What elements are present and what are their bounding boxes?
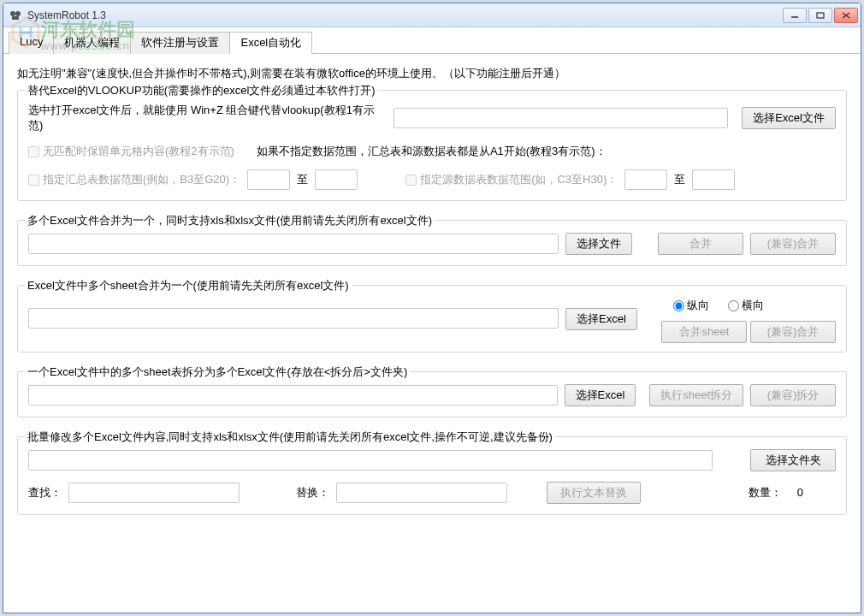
split-file-path[interactable] — [28, 385, 558, 406]
summary-range-to[interactable] — [315, 169, 358, 190]
merge-sheets-path[interactable] — [28, 308, 559, 329]
radio-horizontal[interactable]: 横向 — [728, 298, 764, 313]
svg-rect-4 — [817, 13, 824, 18]
merge-button[interactable]: 合并 — [658, 233, 743, 255]
select-excel-file-button[interactable]: 选择Excel文件 — [742, 107, 836, 129]
group-batch-edit: 批量修改多个Excel文件内容,同时支持xls和xlsx文件(使用前请先关闭所有… — [17, 436, 847, 515]
window-controls — [783, 8, 858, 23]
group-split: 一个Excel文件中的多个sheet表拆分为多个Excel文件(存放在<拆分后>… — [17, 371, 847, 418]
count-label: 数量： — [749, 485, 782, 500]
batch-folder-path[interactable] — [28, 450, 713, 471]
chk-keep-cell[interactable]: 无匹配时保留单元格内容(教程2有示范) — [28, 144, 234, 159]
tab-robot-programming[interactable]: 机器人编程 — [53, 32, 131, 54]
compat-split-button[interactable]: (兼容)拆分 — [750, 384, 836, 406]
group-merge-files: 多个Excel文件合并为一个，同时支持xls和xlsx文件(使用前请先关闭所有e… — [17, 220, 847, 266]
merge-sheets-controls: 纵向 横向 合并sheet (兼容)合并 — [661, 298, 836, 343]
compat-merge-button[interactable]: (兼容)合并 — [750, 233, 836, 255]
app-window: SystemRobot 1.3 Lucy 机器人编程 软件注册与设置 Excel… — [3, 3, 861, 613]
svg-rect-2 — [12, 16, 19, 20]
app-icon — [9, 9, 22, 22]
tab-lucy[interactable]: Lucy — [9, 32, 54, 54]
minimize-button[interactable] — [783, 8, 807, 23]
svg-point-0 — [10, 11, 15, 16]
select-excel-button-merge[interactable]: 选择Excel — [565, 308, 637, 330]
group-merge-sheets-legend: Excel文件中多个sheet合并为一个(使用前请先关闭所有excel文件) — [25, 278, 352, 293]
tab-register-settings[interactable]: 软件注册与设置 — [130, 32, 230, 54]
tab-bar: Lucy 机器人编程 软件注册与设置 Excel自动化 — [3, 27, 861, 54]
select-folder-button[interactable]: 选择文件夹 — [750, 449, 836, 471]
vlookup-hint: 选中打开excel文件后，就能使用 Win+Z 组合键代替vlookup(教程1… — [28, 103, 387, 133]
select-excel-button-split[interactable]: 选择Excel — [565, 384, 636, 406]
chk-summary-range[interactable]: 指定汇总表数据范围(例如，B3至G20)： — [28, 172, 240, 187]
merge-sheet-button[interactable]: 合并sheet — [661, 321, 747, 343]
select-files-button[interactable]: 选择文件 — [565, 233, 632, 255]
compat-merge-sheet-button[interactable]: (兼容)合并 — [750, 321, 836, 343]
vlookup-range-note: 如果不指定数据范围，汇总表和源数据表都是从A1开始(教程3有示范)： — [257, 144, 607, 159]
group-vlookup: 替代Excel的VLOOKUP功能(需要操作的excel文件必须通过本软件打开)… — [17, 90, 847, 201]
instruction-text: 如无注明"兼容"(速度快,但合并操作时不带格式),则需要在装有微软office的… — [17, 66, 847, 81]
summary-range-from[interactable] — [247, 169, 290, 190]
titlebar: SystemRobot 1.3 — [3, 3, 861, 27]
tab-excel-automation[interactable]: Excel自动化 — [229, 32, 312, 54]
replace-input[interactable] — [336, 483, 507, 503]
window-title: SystemRobot 1.3 — [27, 9, 783, 21]
content-area: 如无注明"兼容"(速度快,但合并操作时不带格式),则需要在装有微软office的… — [3, 54, 861, 541]
group-batch-edit-legend: 批量修改多个Excel文件内容,同时支持xls和xlsx文件(使用前请先关闭所有… — [25, 429, 555, 445]
merge-files-path[interactable] — [28, 234, 559, 254]
to-label-1: 至 — [297, 172, 308, 187]
svg-point-1 — [15, 11, 21, 16]
replace-label: 替换： — [296, 485, 329, 500]
maximize-button[interactable] — [808, 8, 832, 23]
group-vlookup-legend: 替代Excel的VLOOKUP功能(需要操作的excel文件必须通过本软件打开) — [25, 83, 378, 98]
source-range-to[interactable] — [692, 169, 735, 190]
radio-vertical[interactable]: 纵向 — [673, 298, 709, 313]
count-value: 0 — [797, 486, 803, 499]
group-merge-sheets: Excel文件中多个sheet合并为一个(使用前请先关闭所有excel文件) 选… — [17, 285, 847, 352]
find-input[interactable] — [68, 483, 240, 503]
run-replace-button[interactable]: 执行文本替换 — [547, 482, 641, 504]
vlookup-file-path[interactable] — [394, 108, 728, 128]
to-label-2: 至 — [674, 172, 685, 187]
split-button[interactable]: 执行sheet拆分 — [649, 384, 743, 406]
source-range-from[interactable] — [624, 169, 667, 190]
group-merge-files-legend: 多个Excel文件合并为一个，同时支持xls和xlsx文件(使用前请先关闭所有e… — [25, 213, 435, 228]
find-label: 查找： — [28, 485, 62, 500]
close-button[interactable] — [834, 8, 858, 23]
group-split-legend: 一个Excel文件中的多个sheet表拆分为多个Excel文件(存放在<拆分后>… — [25, 364, 410, 380]
chk-source-range[interactable]: 指定源数据表数据范围(如，C3至H30)： — [405, 172, 618, 187]
